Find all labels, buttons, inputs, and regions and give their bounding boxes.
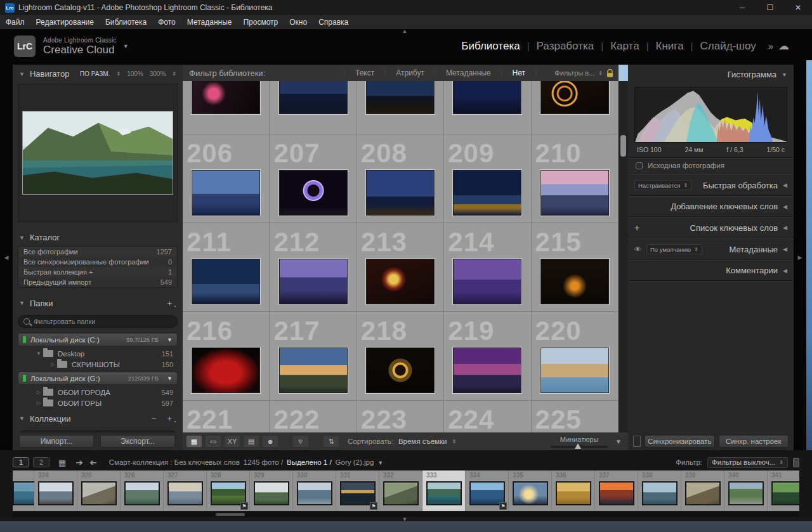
add-keyword-icon[interactable]: + xyxy=(634,223,639,233)
filmstrip-thumbnail[interactable] xyxy=(426,481,462,505)
close-button[interactable]: ✕ xyxy=(784,0,812,15)
grid-cell[interactable]: 222 xyxy=(270,401,357,432)
module-Карта[interactable]: Карта xyxy=(603,40,646,53)
photo-thumbnail[interactable] xyxy=(279,81,348,114)
grid-cell[interactable]: 213 xyxy=(357,223,444,311)
photo-thumbnail[interactable] xyxy=(192,347,260,393)
menu-item-Файл[interactable]: Файл xyxy=(0,15,30,29)
grid-cell[interactable]: 211 xyxy=(183,223,270,311)
zoom-fit-option[interactable]: ПО РАЗМ. xyxy=(80,70,110,77)
add-folder-icon[interactable]: ＋˯ xyxy=(166,297,176,309)
filmstrip-thumbnail[interactable] xyxy=(124,481,160,505)
grid-cell[interactable]: 212 xyxy=(270,223,357,311)
grid-cell[interactable]: 216 xyxy=(183,312,270,400)
add-collection-icon[interactable]: ＋˯ xyxy=(166,413,176,424)
grid-cell[interactable] xyxy=(270,81,357,134)
filmstrip-thumbnail[interactable] xyxy=(254,481,289,505)
navigator-preview-image[interactable] xyxy=(22,111,173,195)
menu-item-Метаданные[interactable]: Метаданные xyxy=(181,15,238,29)
grid-cell[interactable]: 210 xyxy=(532,134,619,223)
filter-tab-Нет[interactable]: Нет xyxy=(505,68,533,77)
catalog-item[interactable]: Предыдущий импорт549 xyxy=(18,277,177,287)
filmstrip-cell[interactable]: 339 xyxy=(681,470,724,511)
histogram-header[interactable]: Гистограмма ▼ xyxy=(628,65,794,84)
filmstrip-filter-dropdown[interactable]: Фильтры выключ... ⇕ xyxy=(707,457,788,468)
main-window-button[interactable]: 1 xyxy=(13,457,29,467)
zoom-300-option[interactable]: 300% xyxy=(150,70,166,77)
filmstrip-cell[interactable]: 328⚑ xyxy=(207,470,250,511)
filmstrip-filter-toggle[interactable] xyxy=(793,458,799,467)
comments-header[interactable]: Комментарии ◀ xyxy=(628,261,794,280)
photo-thumbnail[interactable] xyxy=(279,170,348,216)
source-collection-label[interactable]: Смарт-коллекция : Без ключевых слов xyxy=(109,458,240,466)
filmstrip-scrollbar-thumb[interactable] xyxy=(216,513,245,516)
filmstrip-cell[interactable] xyxy=(13,470,34,511)
grid-cell[interactable]: 220 xyxy=(532,312,619,400)
remove-collection-icon[interactable]: − xyxy=(152,414,157,424)
filter-tab-Текст[interactable]: Текст xyxy=(348,68,382,77)
module-overflow-icon[interactable]: » xyxy=(763,41,778,51)
grid-cell[interactable] xyxy=(532,81,619,134)
brand-title[interactable]: Creative Cloud xyxy=(43,44,117,56)
import-button[interactable]: Импорт... xyxy=(19,435,94,448)
top-panel-collapse-arrow[interactable]: ▲ xyxy=(392,28,417,34)
filmstrip-cell[interactable]: 324 xyxy=(34,470,77,511)
sync-button[interactable]: Синхронизировать xyxy=(645,435,715,448)
grid-cell[interactable] xyxy=(183,81,270,134)
filmstrip-thumbnail[interactable] xyxy=(383,481,419,505)
filmstrip-thumbnail[interactable] xyxy=(642,481,678,505)
left-panel-collapse-arrow[interactable]: ◀ xyxy=(0,65,13,450)
navigator-header[interactable]: ▼ Навигатор ПО РАЗМ. ⇕ 100% 300% ⇕ xyxy=(13,65,183,82)
filmstrip-cell[interactable]: 327 xyxy=(164,470,207,511)
filmstrip-cell[interactable]: 336 xyxy=(552,470,595,511)
volume-row[interactable]: Локальный диск (G:)212/339 ГБ▼ xyxy=(18,372,178,385)
grid-scrollbar[interactable] xyxy=(619,81,628,432)
original-photo-checkbox[interactable] xyxy=(636,162,643,169)
grid-cell[interactable]: 225 xyxy=(532,401,619,432)
cloud-sync-icon[interactable]: ☁ xyxy=(778,39,789,53)
grid-cell[interactable]: 209 xyxy=(444,134,531,223)
filmstrip-thumbnail[interactable] xyxy=(728,481,764,505)
grid-cell[interactable]: 214 xyxy=(444,223,531,311)
folder-row[interactable]: ▼Desktop151 xyxy=(13,348,183,359)
compare-view-icon[interactable]: XY xyxy=(225,436,240,447)
filmstrip-cell[interactable]: 341 xyxy=(768,470,799,511)
stepper-icon[interactable]: ⇕ xyxy=(452,439,456,444)
photo-thumbnail[interactable] xyxy=(540,259,609,304)
filmstrip-thumbnail[interactable] xyxy=(556,481,591,505)
photo-thumbnail[interactable] xyxy=(540,170,609,216)
grid-cell[interactable]: 219 xyxy=(444,312,531,400)
photo-thumbnail[interactable] xyxy=(366,170,435,216)
people-view-icon[interactable]: ☻ xyxy=(263,436,278,447)
filmstrip-cell[interactable]: 340 xyxy=(724,470,768,511)
back-arrow-icon[interactable]: ➔ xyxy=(75,457,83,467)
minimize-button[interactable]: ─ xyxy=(728,0,756,15)
metadata-header[interactable]: 👁 По умолчанию ⇕ Метаданные ◀ xyxy=(628,239,794,259)
survey-view-icon[interactable]: ▤ xyxy=(244,436,259,447)
filmstrip-cell[interactable]: 325 xyxy=(77,470,121,511)
triangle-down-icon[interactable]: ▼ xyxy=(377,460,383,466)
menu-item-Фото[interactable]: Фото xyxy=(152,15,181,29)
grid-cell[interactable]: 207 xyxy=(270,134,357,223)
stepper-icon[interactable]: ⇕ xyxy=(598,70,603,76)
photo-thumbnail[interactable] xyxy=(366,81,435,114)
grid-view-shortcut-icon[interactable]: ▦ xyxy=(58,458,66,467)
sync-toggle-icon[interactable] xyxy=(633,436,641,447)
folder-filter-input[interactable]: Фильтровать папки xyxy=(18,315,178,328)
grid-cell[interactable] xyxy=(444,81,531,134)
filmstrip-cell[interactable]: 330 xyxy=(293,470,336,511)
module-Разработка[interactable]: Разработка xyxy=(530,40,601,53)
volume-row[interactable]: Локальный диск (C:)59,7/126 ГБ▼ xyxy=(18,333,178,346)
metadata-preset-dropdown[interactable]: По умолчанию ⇕ xyxy=(646,244,702,254)
menu-item-Редактирование[interactable]: Редактирование xyxy=(30,15,100,29)
photo-thumbnail[interactable] xyxy=(453,81,521,114)
grid-cell[interactable] xyxy=(357,81,444,134)
photo-thumbnail[interactable] xyxy=(453,259,521,304)
photo-thumbnail[interactable] xyxy=(540,81,609,114)
menu-item-Справка[interactable]: Справка xyxy=(313,15,354,29)
filmstrip-cell[interactable]: 333 xyxy=(422,470,466,511)
lock-icon[interactable] xyxy=(606,69,613,77)
folder-expander-icon[interactable]: ▼ xyxy=(36,351,42,356)
catalog-item[interactable]: Все синхронизированные фотографии0 xyxy=(18,257,177,267)
filmstrip-thumbnail[interactable] xyxy=(38,481,74,505)
